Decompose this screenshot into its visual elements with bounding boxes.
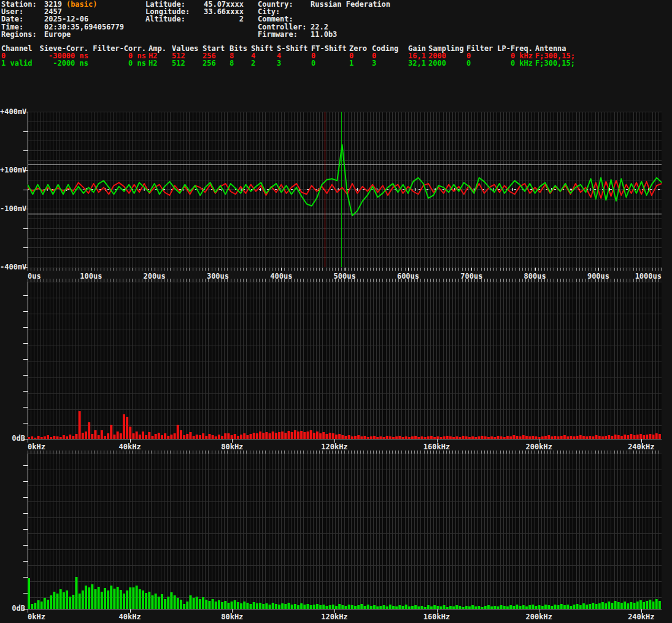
spectrum-bar [474, 437, 477, 439]
spectrum-bar [452, 437, 455, 439]
spectrum-bar [417, 437, 420, 439]
spectrum-bar [348, 435, 350, 439]
spectrum-bar [60, 437, 62, 439]
spectrum-bar [50, 437, 52, 439]
spectrum-bar [186, 602, 188, 609]
spectrum-bar [82, 433, 84, 439]
header-label: Time: [1, 23, 44, 31]
channel-cell: F;300,15; [535, 60, 579, 67]
channel-cell: 8 [230, 60, 249, 67]
spectrum-bar [519, 436, 522, 439]
spectrum-bar [275, 433, 277, 439]
spectrum-bar [332, 433, 334, 439]
spectrum-bar [34, 603, 36, 609]
spectrum-y-tick [23, 465, 28, 466]
spectrum-bar [69, 435, 71, 439]
spectrum-bar [570, 436, 572, 439]
header-label: Controller: [258, 23, 311, 31]
spectrum-bar [604, 436, 607, 439]
spectrum-bar [183, 604, 185, 609]
spectrum-y-tick [23, 311, 28, 312]
spectrum-bar [167, 597, 169, 609]
spectrum-bar [288, 431, 290, 439]
spectrum-bar [589, 436, 591, 439]
spectrum-bar [367, 605, 369, 609]
spectrum-bar [37, 436, 40, 439]
spectrum-bar [215, 436, 217, 439]
spectrum-bar [164, 433, 166, 439]
spectrum-bar [313, 605, 315, 609]
spectrum-bar [493, 437, 496, 439]
spectrum-bar [506, 606, 509, 609]
spectrum-bar [145, 435, 147, 439]
spectrum-bar [624, 435, 626, 439]
spectrum-bar [408, 606, 411, 609]
spectrum-bar [145, 593, 147, 609]
spectrum-bar [177, 425, 179, 439]
spectrum-bar [614, 435, 617, 439]
spectrum-bar [132, 587, 134, 609]
spectrum-bar [231, 435, 233, 439]
spectrum-bar [636, 602, 639, 609]
spectrum-bar [598, 603, 601, 609]
spectrum-bar [129, 587, 131, 609]
spectrum-bar [424, 437, 427, 439]
spectrum-bar [322, 605, 325, 609]
spectrum-bar [240, 603, 242, 609]
spectrum-bar [579, 435, 582, 439]
spectrum-bar [72, 436, 74, 439]
spectrum-bar [322, 432, 325, 439]
spectrum-bar [47, 435, 49, 439]
spectrum-bar [303, 432, 306, 439]
spectrum-bar [395, 436, 398, 439]
spectrum-bar [360, 604, 363, 609]
channel-cell: 0 ns [91, 60, 146, 67]
spectrum-bar [363, 606, 366, 609]
spectrum-bar [554, 605, 556, 609]
spectrum-bar [170, 435, 172, 439]
spectrum-bar [446, 607, 449, 609]
spectrum-bar [382, 437, 385, 439]
spectrum-y-tick [23, 391, 28, 392]
spectrum-bar [94, 589, 96, 609]
spectrum-bar [148, 432, 150, 439]
spectrum-bar [227, 433, 230, 439]
spectrum-bar [148, 592, 150, 609]
spectrum-bar [265, 603, 268, 609]
spectrum-bar [63, 435, 65, 439]
spectrum-bar [490, 436, 493, 439]
spectrum-bar [275, 604, 277, 609]
spectrum-bar [506, 436, 509, 439]
column-header: S-Shift [277, 45, 309, 52]
spectrum-bar [300, 431, 303, 439]
spectrum-bar [88, 587, 90, 609]
spectrum-bar [570, 606, 572, 609]
spectrum-ch0-panel: 0dB0kHz40kHz80kHz120kHz160kHz200kHz240kH… [0, 279, 672, 451]
header-line: Regions:Europe [1, 31, 124, 38]
spectrum-bar [47, 600, 49, 609]
spectrum-bar [117, 431, 119, 439]
spectrum-bar [500, 436, 503, 439]
channel-cell: 0 [311, 52, 347, 60]
header-station-info: Station:3219(basic)User:2457Date:2025-12… [1, 1, 124, 38]
spectrum-bar [41, 437, 43, 439]
spectrum-bar [557, 436, 560, 439]
header-line: Controller:22.2 [258, 23, 390, 31]
spectrum-bar [132, 433, 134, 439]
header-line: Comment: [258, 15, 390, 23]
spectrum-bar [101, 592, 103, 609]
spectrum-bar [620, 603, 623, 609]
channel-cell: H2 [149, 60, 169, 67]
spectrum-bar [120, 590, 122, 609]
header-line: Date:2025-12-06 [1, 15, 124, 23]
spectrum-bar [465, 606, 468, 609]
spectrum-bar [155, 594, 157, 609]
spectrum-bar [269, 433, 271, 439]
spectrum-bar [139, 589, 141, 609]
spectrum-bar [554, 436, 556, 439]
header-line: Time:02:30:35,694056779 [1, 23, 124, 31]
spectrum-bar [417, 606, 420, 609]
spectrum-bar [446, 436, 449, 439]
trace-channel-1 [28, 145, 662, 215]
spectrum-bar [512, 435, 515, 439]
